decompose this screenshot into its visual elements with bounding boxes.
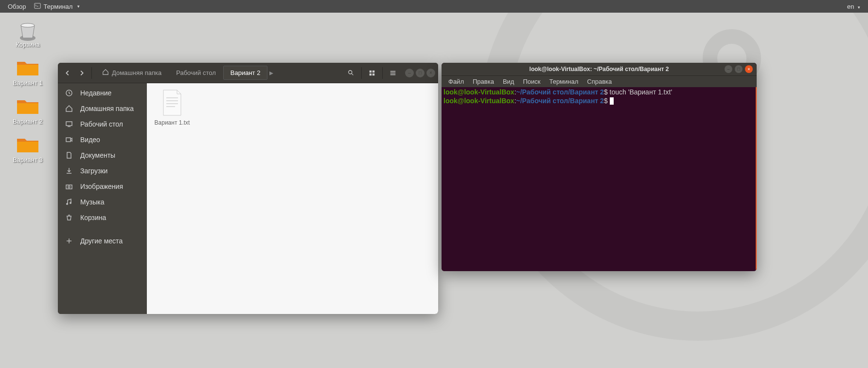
trash-desktop-icon[interactable]: Корзина (6, 19, 50, 48)
sidebar-item-downloads[interactable]: Загрузки (58, 163, 147, 179)
maximize-button[interactable]: □ (735, 65, 743, 73)
top-panel: Обзор Терминал ▾ en ▾ (0, 0, 868, 13)
folder-desktop-icon[interactable]: Вариант 1 (6, 58, 50, 87)
nautilus-headerbar: Домашняя папка Рабочий стол Вариант 2 ▸ … (58, 63, 438, 83)
menu-edit[interactable]: Правка (469, 77, 498, 86)
terminal-line: look@look-VirtualBox:~/Рабочий стол/Вари… (443, 97, 755, 106)
search-button[interactable] (344, 66, 358, 80)
minimize-button[interactable]: – (405, 69, 414, 77)
minimize-button[interactable]: – (725, 65, 732, 73)
terminal-line: look@look-VirtualBox:~/Рабочий стол/Вари… (443, 88, 755, 97)
terminal-scrollbar[interactable] (756, 87, 757, 271)
camera-icon (65, 182, 73, 191)
svg-rect-6 (370, 73, 372, 75)
trash-icon (65, 213, 73, 222)
breadcrumb-segment[interactable]: Рабочий стол (169, 66, 223, 80)
terminal-icon (34, 2, 41, 11)
close-button[interactable]: × (426, 69, 435, 77)
terminal-body[interactable]: look@look-VirtualBox:~/Рабочий стол/Вари… (442, 87, 757, 271)
folder-icon (16, 135, 39, 154)
terminal-title: look@look-VirtualBox: ~/Рабочий стол/Вар… (442, 66, 757, 73)
chevron-down-icon: ▾ (858, 5, 860, 10)
menu-view[interactable]: Вид (499, 77, 518, 86)
maximize-button[interactable]: □ (416, 69, 425, 77)
plus-icon (65, 237, 73, 245)
breadcrumb-segment-current[interactable]: Вариант 2 (223, 66, 268, 80)
file-label: Вариант 1.txt (153, 119, 192, 127)
nautilus-window: Домашняя папка Рабочий стол Вариант 2 ▸ … (58, 63, 438, 314)
svg-rect-9 (66, 122, 72, 126)
sidebar-item-desktop[interactable]: Рабочий стол (58, 116, 147, 132)
sidebar-item-recent[interactable]: Недавние (58, 85, 147, 101)
menu-search[interactable]: Поиск (519, 77, 544, 86)
nautilus-sidebar: Недавние Домашняя папка Рабочий стол Вид… (58, 83, 147, 314)
home-icon (65, 104, 73, 113)
svg-point-3 (349, 70, 352, 74)
desktop-icon-label: Вариант 3 (6, 156, 50, 164)
sidebar-item-home[interactable]: Домашняя папка (58, 101, 147, 116)
svg-point-12 (68, 186, 70, 188)
download-icon (65, 166, 73, 175)
terminal-menubar: Файл Правка Вид Поиск Терминал Справка (442, 75, 757, 87)
clock-icon (65, 89, 73, 97)
app-menu-label: Терминал (44, 3, 73, 10)
music-icon (65, 198, 73, 206)
svg-point-13 (66, 203, 68, 205)
file-item[interactable]: Вариант 1.txt (153, 89, 192, 127)
desktop-icon-label: Корзина (6, 41, 50, 48)
nautilus-content-area[interactable]: Вариант 1.txt (147, 83, 438, 314)
desktop-icon-label: Вариант 1 (6, 79, 50, 87)
svg-rect-7 (372, 73, 374, 75)
trash-icon (16, 19, 39, 39)
forward-button[interactable] (75, 66, 89, 80)
folder-icon (16, 96, 39, 116)
desktop-icon-label: Вариант 2 (6, 118, 50, 125)
svg-rect-10 (66, 138, 71, 142)
svg-rect-4 (370, 70, 372, 72)
sidebar-item-other-locations[interactable]: Другие места (58, 233, 147, 249)
path-bar: Домашняя папка Рабочий стол Вариант 2 ▸ (95, 65, 343, 80)
folder-desktop-icon[interactable]: Вариант 3 (6, 135, 50, 164)
sidebar-item-documents[interactable]: Документы (58, 147, 147, 163)
svg-point-2 (21, 23, 35, 27)
video-icon (65, 135, 73, 144)
svg-rect-0 (34, 3, 40, 8)
desktop-icons: Корзина Вариант 1 Вариант 2 Вариант 3 (6, 19, 50, 164)
terminal-titlebar[interactable]: look@look-VirtualBox: ~/Рабочий стол/Вар… (442, 63, 757, 75)
breadcrumb-more[interactable]: ▸ (267, 68, 275, 77)
breadcrumb-home[interactable]: Домашняя папка (95, 65, 169, 80)
keyboard-layout-indicator[interactable]: en ▾ (843, 3, 864, 10)
menu-help[interactable]: Справка (583, 77, 616, 86)
activities-button[interactable]: Обзор (4, 3, 30, 10)
home-icon (102, 69, 109, 77)
sidebar-item-music[interactable]: Музыка (58, 194, 147, 210)
document-icon (65, 151, 73, 160)
app-menu[interactable]: Терминал ▾ (30, 2, 84, 11)
terminal-window: look@look-VirtualBox: ~/Рабочий стол/Вар… (442, 63, 757, 271)
folder-icon (16, 58, 39, 77)
chevron-down-icon: ▾ (77, 4, 80, 9)
folder-desktop-icon[interactable]: Вариант 2 (6, 96, 50, 125)
back-button[interactable] (61, 66, 74, 80)
view-toggle-button[interactable] (365, 66, 379, 80)
close-button[interactable]: × (745, 65, 753, 73)
terminal-cursor (610, 97, 614, 105)
sidebar-item-pictures[interactable]: Изображения (58, 179, 147, 194)
svg-point-14 (70, 202, 71, 204)
menu-terminal[interactable]: Терминал (545, 77, 582, 86)
text-file-icon (160, 89, 184, 116)
svg-rect-5 (372, 70, 374, 72)
sidebar-item-videos[interactable]: Видео (58, 132, 147, 147)
svg-rect-11 (66, 185, 72, 189)
hamburger-menu-button[interactable] (386, 66, 400, 80)
desktop-icon (65, 120, 73, 129)
sidebar-item-trash[interactable]: Корзина (58, 210, 147, 225)
menu-file[interactable]: Файл (444, 77, 468, 86)
